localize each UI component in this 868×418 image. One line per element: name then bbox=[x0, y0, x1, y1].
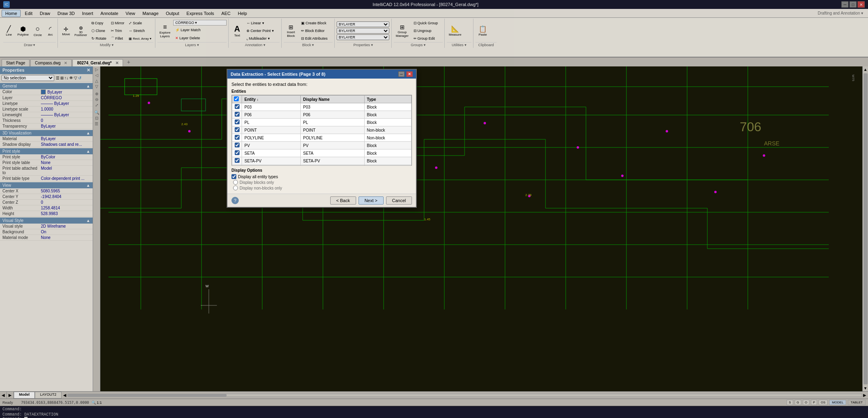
entity-display-name: P03 bbox=[300, 103, 364, 111]
entity-name: P06 bbox=[242, 111, 301, 119]
data-extraction-dialog: Data Extraction - Select Entities (Page … bbox=[227, 69, 417, 208]
blocks-only-radio[interactable] bbox=[233, 180, 238, 185]
entity-display-name: SETA-PV bbox=[300, 157, 364, 165]
entity-type: Non-block bbox=[364, 134, 411, 142]
entity-type: Block bbox=[364, 103, 411, 111]
table-row: POINTPOINTNon-block bbox=[232, 126, 412, 134]
table-row: P03P03Block bbox=[232, 103, 412, 111]
display-options-section: Display Options Display all entity types… bbox=[231, 168, 412, 190]
entity-name: SETA bbox=[242, 149, 301, 157]
table-row: P06P06Block bbox=[232, 111, 412, 119]
entity-type: Block bbox=[364, 142, 411, 149]
nonblocks-only-radio[interactable] bbox=[233, 186, 238, 190]
table-row: SETADRENSETADRENBlock bbox=[232, 165, 412, 166]
dialog-minimize-btn[interactable]: ─ bbox=[398, 71, 405, 77]
entity-display-name: POLYLINE bbox=[300, 134, 364, 142]
entity-name: SETA-PV bbox=[242, 157, 301, 165]
entity-display-name: POINT bbox=[300, 126, 364, 134]
entity-checkbox[interactable] bbox=[235, 127, 240, 132]
entity-name: POLYLINE bbox=[242, 134, 301, 142]
all-entity-types-label: Display all entity types bbox=[238, 175, 278, 179]
entity-type: Block bbox=[364, 111, 411, 119]
entity-name: PV bbox=[242, 142, 301, 149]
entity-type: Block bbox=[364, 119, 411, 126]
entity-checkbox[interactable] bbox=[235, 158, 240, 163]
all-entity-types-checkbox[interactable] bbox=[231, 174, 236, 179]
entities-table: Entity ↕ Display Name Type P03P03BlockP0… bbox=[232, 95, 412, 166]
entity-name: PL bbox=[242, 119, 301, 126]
table-row: POLYLINEPOLYLINENon-block bbox=[232, 134, 412, 142]
entity-checkbox[interactable] bbox=[235, 135, 240, 140]
entity-name: POINT bbox=[242, 126, 301, 134]
entity-type: Block bbox=[364, 149, 411, 157]
entities-table-container[interactable]: Entity ↕ Display Name Type P03P03BlockP0… bbox=[231, 95, 412, 166]
table-row: PVPVBlock bbox=[232, 142, 412, 149]
entity-display-name: PV bbox=[300, 142, 364, 149]
dialog-instruction: Select the entities to extract data from… bbox=[231, 82, 412, 87]
display-option-all: Display all entity types bbox=[231, 174, 412, 179]
dialog-button-row: ? < Back Next > Cancel bbox=[227, 194, 416, 207]
entity-display-name: PL bbox=[300, 119, 364, 126]
entity-checkbox[interactable] bbox=[235, 104, 240, 109]
entity-name: SETADREN bbox=[242, 165, 301, 166]
back-button[interactable]: < Back bbox=[330, 196, 356, 205]
select-all-checkbox[interactable] bbox=[234, 96, 239, 101]
display-option-blocks: Display blocks only bbox=[233, 180, 412, 185]
dialog-titlebar: Data Extraction - Select Entities (Page … bbox=[227, 70, 416, 79]
dialog-title: Data Extraction - Select Entities (Page … bbox=[231, 72, 325, 77]
entity-checkbox[interactable] bbox=[235, 112, 240, 117]
dialog-overlay: Data Extraction - Select Entities (Page … bbox=[0, 0, 868, 418]
display-name-col-header[interactable]: Display Name bbox=[300, 96, 364, 103]
table-row: SETASETABlock bbox=[232, 149, 412, 157]
entity-col-header[interactable]: Entity ↕ bbox=[242, 96, 301, 103]
entity-checkbox[interactable] bbox=[235, 150, 240, 155]
entity-check-header bbox=[232, 96, 242, 103]
dialog-close-btn[interactable]: ✕ bbox=[406, 71, 413, 77]
nonblocks-only-label: Display non-blocks only bbox=[240, 186, 282, 190]
dialog-help-icon[interactable]: ? bbox=[231, 197, 239, 204]
display-option-nonblocks: Display non-blocks only bbox=[233, 186, 412, 190]
table-row: SETA-PVSETA-PVBlock bbox=[232, 157, 412, 165]
entity-type: Non-block bbox=[364, 126, 411, 134]
entity-display-name: SETA bbox=[300, 149, 364, 157]
entity-display-name: P06 bbox=[300, 111, 364, 119]
entity-display-name: SETADREN bbox=[300, 165, 364, 166]
type-col-header[interactable]: Type bbox=[364, 96, 411, 103]
entity-type: Block bbox=[364, 165, 411, 166]
next-button[interactable]: Next > bbox=[359, 196, 384, 205]
entity-checkbox[interactable] bbox=[235, 143, 240, 147]
blocks-only-label: Display blocks only bbox=[240, 180, 274, 185]
entity-type: Block bbox=[364, 157, 411, 165]
entity-name: P03 bbox=[242, 103, 301, 111]
entities-section-label: Entities bbox=[231, 89, 412, 94]
display-options-label: Display Options bbox=[231, 168, 412, 173]
entity-checkbox[interactable] bbox=[235, 119, 240, 124]
cancel-button[interactable]: Cancel bbox=[386, 196, 412, 205]
dialog-body: Select the entities to extract data from… bbox=[227, 79, 416, 194]
table-row: PLPLBlock bbox=[232, 119, 412, 126]
